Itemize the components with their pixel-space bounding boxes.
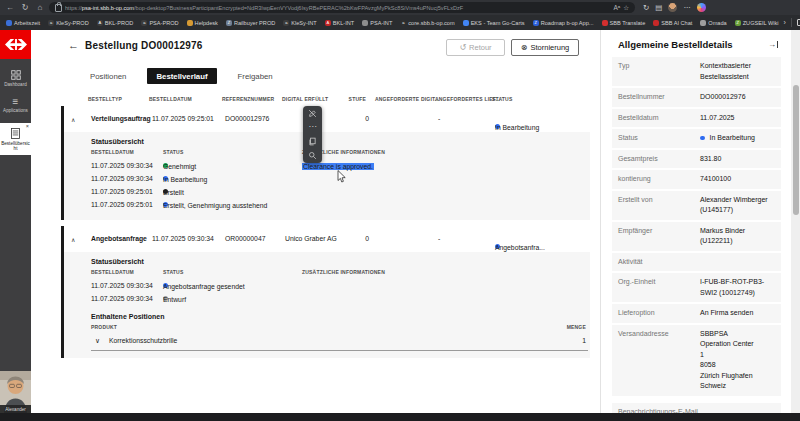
field-value: SBBPSA Operation Center 1 8058 Zürich Fl… — [700, 329, 775, 392]
details-panel-title: Allgemeine Bestelldetails — [618, 39, 733, 50]
status-row: 11.07.2025 09:30:34Angebotsanfrage gesen… — [64, 281, 590, 294]
bookmark-favicon-icon — [602, 20, 608, 26]
details-field-list: TypKontextbasierter BestellassistentBest… — [601, 57, 788, 413]
more-options-icon[interactable]: ⋯ — [307, 122, 318, 133]
favorites-bar-icon[interactable]: ▤ — [655, 3, 662, 12]
col-status: STATUS — [163, 269, 183, 275]
order-row[interactable]: ∧Angebotsanfrage11.07.2025 09:30:34OR000… — [64, 226, 590, 252]
order-row[interactable]: ∧Verteilungsauftrag11.07.2025 09:25:01DO… — [64, 106, 590, 132]
address-bar[interactable]: https://psa-int.sbb.b-op.com/bop-desktop… — [49, 2, 635, 13]
expand-chevron-icon[interactable]: ∨ — [95, 337, 100, 345]
field-value: Markus Binder (U122211) — [700, 226, 775, 247]
bottom-strip — [0, 413, 800, 421]
favorite-star-icon[interactable]: ☆ — [623, 4, 629, 12]
tab-bestellverlauf[interactable]: Bestellverlauf — [147, 68, 216, 84]
retour-button-label: Retour — [469, 43, 492, 52]
tab-positionen[interactable]: Positionen — [90, 72, 126, 81]
bookmark-item[interactable]: ZZUGSEIL Wiki — [735, 20, 779, 26]
bookmark-item[interactable]: ABKL-PROD — [97, 20, 134, 26]
pen-off-icon[interactable] — [307, 108, 318, 119]
bookmark-item[interactable]: aPSA-PROD — [141, 20, 178, 26]
bookmark-item[interactable]: aKleSy-INT — [283, 20, 317, 26]
detail-field: BestellnummerDO000012976 — [612, 88, 781, 107]
bookmark-item[interactable]: EKS - Team Go-Carts — [463, 20, 525, 26]
collapse-chevron-icon[interactable]: ∧ — [71, 236, 75, 243]
copilot-icon[interactable] — [697, 3, 706, 12]
bookmark-favicon-icon — [463, 20, 469, 26]
bookmark-item[interactable]: Helpdesk — [187, 20, 218, 26]
browser-profile-avatar[interactable] — [668, 3, 677, 12]
status-label: Erstellt, Genehmigung ausstehend — [163, 202, 267, 209]
browser-toolbar: ← ↻ ⌂ https://psa-int.sbb.b-op.com/bop-d… — [0, 0, 800, 15]
copy-icon[interactable] — [307, 136, 318, 147]
sync-icon[interactable]: ↻ — [643, 3, 649, 12]
status-overview: StatusübersichtBESTELLDATUMSTATUSZUSÄTZL… — [64, 252, 590, 358]
bookmark-item[interactable]: SBB AI Chat — [653, 20, 692, 26]
scrollbar-thumb[interactable] — [793, 85, 799, 215]
bookmarks-list: ArbeitszeitaKleSy-PRODABKL-PRODaPSA-PROD… — [6, 20, 779, 26]
collapse-panel-icon[interactable]: → — [768, 41, 778, 49]
column-header: BESTELLTYP — [88, 96, 122, 102]
order-group: ∧Angebotsanfrage11.07.2025 09:30:34OR000… — [61, 226, 590, 358]
page-back-icon[interactable]: ← — [68, 39, 79, 51]
bookmark-item[interactable]: aKleSy-PROD — [48, 20, 89, 26]
order-stufe: 0 — [347, 115, 369, 122]
tab-freigaben[interactable]: Freigaben — [238, 72, 273, 81]
bookmark-favicon-icon: Z — [735, 20, 741, 26]
bookmark-item[interactable]: PSA-INT — [362, 20, 392, 26]
bookmark-label: SBB Translate — [610, 20, 646, 26]
column-header: ANGEFORDERTES LIEF... — [435, 96, 500, 102]
retour-button[interactable]: ↺ Retour — [446, 39, 505, 56]
bookmark-item[interactable]: Omada — [700, 20, 726, 26]
bookmark-favicon-icon — [362, 20, 368, 26]
browser-reload-icon[interactable]: ↻ — [19, 0, 31, 15]
read-aloud-icon[interactable]: Aᵃ — [613, 4, 620, 11]
stornierung-button[interactable]: ⊗ Stornierung — [511, 39, 579, 56]
user-name-label: Alexander — [0, 405, 31, 413]
detail-field: TypKontextbasierter Bestellassistent — [612, 57, 781, 86]
column-header: REFERENZNUMMER — [222, 96, 274, 102]
position-product: Korrektionsschutzbrille — [109, 337, 177, 344]
status-date: 11.07.2025 09:25:01 — [91, 188, 153, 195]
field-label: Empfänger — [618, 226, 700, 247]
divider — [791, 18, 792, 27]
scrollbar-track[interactable] — [791, 30, 800, 413]
bookmark-label: Helpdesk — [195, 20, 218, 26]
browser-home-icon[interactable]: ⌂ — [34, 0, 46, 15]
bookmark-item[interactable]: Arbeitszeit — [6, 20, 40, 26]
browser-settings-more-icon[interactable]: ⋯ — [683, 3, 691, 12]
bookmark-item[interactable]: ZRailbuyer PROD — [226, 20, 275, 26]
close-icon[interactable]: × — [26, 123, 29, 129]
bookmark-item[interactable]: SBB Translate — [602, 20, 646, 26]
field-value: In Bearbeitung — [700, 133, 775, 144]
bookmark-favicon-icon: A — [325, 20, 331, 26]
status-label: Entwurf — [163, 296, 186, 303]
user-avatar[interactable]: Alexander — [0, 371, 31, 413]
order-angefordertes-lief: - — [438, 235, 440, 242]
browser-toolbar-right: ↻ ▤ ⋯ — [643, 3, 706, 12]
position-row[interactable]: ∨Korrektionsschutzbrille1 — [64, 336, 590, 351]
collapse-chevron-icon[interactable]: ∧ — [71, 116, 75, 123]
bookmark-item[interactable]: ABKL-INT — [325, 20, 354, 26]
order-reference: OR00000047 — [225, 235, 265, 242]
sidebar-item-dashboard[interactable]: Dashboard — [0, 70, 31, 87]
status-label: In Bearbeitung — [163, 176, 207, 183]
sbb-logo[interactable] — [0, 30, 31, 59]
search-icon[interactable] — [307, 150, 318, 161]
browser-back-icon[interactable]: ← — [4, 0, 16, 15]
field-value: Alexander Wimberger (U145177) — [700, 195, 775, 216]
bookmark-label: PSA-INT — [370, 20, 392, 26]
status-overview-title: Statusübersicht — [91, 138, 590, 145]
sidebar-item-bestelluebersicht[interactable]: × Bestellübersicht — [0, 123, 31, 156]
bookmark-favicon-icon: Z — [533, 20, 539, 26]
order-history-table: BESTELLTYPBESTELLDATUMREFERENZNUMMERDIGI… — [61, 94, 590, 364]
sidebar-item-applications[interactable]: ≡ Applications — [0, 98, 31, 113]
bookmark-label: KleSy-INT — [291, 20, 317, 26]
bookmark-item[interactable]: ZRoadmap b-op App... — [533, 20, 594, 26]
status-overview-header: BESTELLDATUMSTATUSZUSÄTZLICHE INFORMATIO… — [64, 268, 590, 281]
bookmark-label: PSA-PROD — [149, 20, 178, 26]
status-row: 11.07.2025 09:30:34Entwurf — [64, 294, 590, 307]
bookmarks-overflow-chevron-icon[interactable]: › — [784, 19, 786, 26]
status-dot-icon — [700, 136, 705, 141]
bookmark-item[interactable]: acore.sbb.b-op.com — [400, 20, 454, 26]
